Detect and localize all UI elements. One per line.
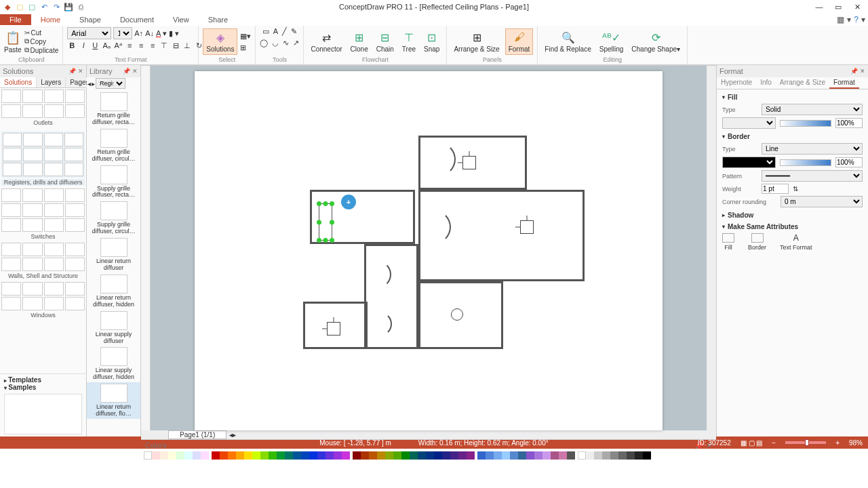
snap-button[interactable]: ⊡Snap — [421, 29, 442, 54]
curve-tool-icon[interactable]: ∿ — [283, 39, 289, 47]
fill-opacity-slider[interactable] — [780, 120, 832, 127]
bold-button[interactable]: B — [67, 41, 77, 50]
copy-button[interactable]: ⧉Copy — [24, 37, 59, 45]
file-menu[interactable]: File — [0, 14, 31, 25]
stencil-grid-outlets[interactable] — [1, 89, 85, 118]
lib-next-icon[interactable]: ▸ — [92, 80, 95, 87]
help-icon[interactable]: ? — [854, 15, 859, 24]
qat-redo-icon[interactable]: ↷ — [52, 2, 61, 12]
qat-new-icon[interactable]: ▢ — [15, 2, 24, 12]
pen-tool-icon[interactable]: ✎ — [291, 27, 297, 36]
connector-tool-icon[interactable]: ↗ — [293, 39, 299, 47]
add-shape-badge[interactable]: + — [341, 195, 356, 209]
shadow-section-header[interactable]: Shadow — [722, 211, 863, 219]
scrollbar-vertical[interactable] — [707, 66, 716, 430]
tab-shape[interactable]: Shape — [70, 14, 111, 25]
diffuser-3[interactable] — [327, 322, 340, 336]
border-section-header[interactable]: Border — [722, 133, 863, 140]
font-size-select[interactable]: 10 — [113, 27, 132, 39]
diffuser-2[interactable] — [520, 220, 534, 234]
window-minimize-icon[interactable]: — — [814, 3, 825, 12]
solutions-tab-solutions[interactable]: Solutions — [0, 77, 37, 87]
tree-button[interactable]: ⊤Tree — [399, 29, 418, 54]
rect-tool-icon[interactable]: ▭ — [262, 27, 269, 36]
solutions-samples[interactable]: Samples — [4, 384, 82, 391]
border-color-select[interactable] — [722, 157, 776, 168]
border-opacity-slider[interactable] — [780, 159, 832, 166]
select-all-icon[interactable]: ⊞ — [240, 43, 251, 52]
line-tool-icon[interactable]: ╱ — [282, 27, 287, 36]
stencil-grid-switches[interactable] — [1, 188, 85, 232]
connector-button[interactable]: ⇄Connector — [308, 29, 344, 54]
font-inc-icon[interactable]: A↑ — [134, 29, 143, 37]
selected-shape[interactable] — [319, 203, 332, 241]
library-pin-icon[interactable]: 📌 ✕ — [123, 68, 138, 75]
fill-type-select[interactable]: Solid — [762, 104, 863, 115]
stencil-grid-registers[interactable] — [1, 131, 85, 178]
diffuser-1[interactable] — [462, 156, 476, 169]
solutions-tab-layers[interactable]: Layers — [37, 77, 66, 87]
fmt-tab-info[interactable]: Info — [756, 77, 776, 89]
font-name-select[interactable]: Arial — [67, 27, 111, 39]
window-maximize-icon[interactable]: ▭ — [833, 3, 844, 12]
pin-icon[interactable]: 📌 ✕ — [68, 68, 83, 75]
fill-opacity-input[interactable] — [835, 118, 863, 128]
font-color-icon[interactable]: A — [156, 29, 161, 37]
lib-prev-icon[interactable]: ◂ — [87, 80, 91, 87]
fmt-tab-format[interactable]: Format — [829, 77, 859, 89]
lib-item-2[interactable]: Supply grille diffuser, recta… — [87, 164, 140, 201]
msa-border-button[interactable]: Border — [748, 233, 766, 251]
msa-section-header[interactable]: Make Same Attributes — [722, 223, 863, 230]
arc-tool-icon[interactable]: ◡ — [272, 39, 279, 47]
lib-item-1[interactable]: Return grille diffuser, circul… — [87, 127, 140, 164]
chain-button[interactable]: ⊟Chain — [374, 29, 397, 54]
fill-section-header[interactable]: Fill — [722, 94, 863, 101]
page-tab-1[interactable]: Page1 (1/1) — [168, 430, 226, 439]
color-swatches[interactable] — [141, 451, 716, 460]
zoom-out-icon[interactable]: − — [772, 439, 776, 447]
ellipse-tool-icon[interactable]: ◯ — [260, 39, 268, 47]
sample-thumb[interactable] — [4, 394, 82, 434]
border-weight-input[interactable] — [762, 184, 789, 194]
lib-item-8[interactable]: Linear return diffuser, flo… — [87, 382, 140, 419]
tab-share[interactable]: Share — [199, 14, 237, 25]
superscript-icon[interactable]: Aₐ — [102, 41, 111, 50]
paste-button[interactable]: Paste — [4, 46, 22, 54]
qat-open-icon[interactable]: ▢ — [27, 2, 37, 12]
qat-save-icon[interactable]: 💾 — [64, 2, 73, 12]
align-mid-icon[interactable]: ⊟ — [171, 41, 180, 50]
window-close-icon[interactable]: ✕ — [852, 3, 863, 12]
cut-button[interactable]: ✂Cut — [24, 29, 59, 37]
lib-item-3[interactable]: Supply grille diffuser, circul… — [87, 200, 140, 237]
align-bot-icon[interactable]: ⊥ — [182, 41, 192, 50]
qat-print-icon[interactable]: ⎙ — [76, 2, 85, 12]
align-top-icon[interactable]: ⊤ — [159, 41, 169, 50]
find-replace-button[interactable]: 🔍Find & Replace — [542, 29, 593, 54]
lib-item-4[interactable]: Linear return diffuser — [87, 237, 140, 273]
solutions-templates[interactable]: Templates — [4, 376, 82, 384]
tab-view[interactable]: View — [163, 14, 199, 25]
fmt-tab-hypernote[interactable]: Hypernote — [717, 77, 756, 89]
weight-stepper-icon[interactable]: ⇅ — [793, 185, 798, 192]
clone-button[interactable]: ⊞Clone — [348, 29, 371, 54]
format-pin-icon[interactable]: 📌 ✕ — [850, 68, 865, 75]
stencil-grid-windows[interactable] — [1, 282, 85, 310]
align-center-icon[interactable]: ≡ — [136, 41, 146, 50]
spelling-button[interactable]: ᴬᴮ✓Spelling — [597, 29, 627, 54]
underline-button[interactable]: U — [90, 41, 100, 50]
format-button[interactable]: 🖌Format — [505, 28, 534, 55]
zoom-in-icon[interactable]: + — [835, 439, 840, 447]
italic-button[interactable]: I — [79, 41, 88, 50]
lib-item-5[interactable]: Linear return diffuser, hidden — [87, 273, 140, 310]
lib-item-0[interactable]: Return grille diffuser, recta… — [87, 91, 140, 127]
stencil-grid-walls[interactable] — [1, 243, 85, 271]
fill-color-select[interactable] — [722, 117, 776, 129]
light-fixture[interactable] — [451, 308, 463, 321]
zoom-slider[interactable] — [785, 441, 826, 444]
drawing-page[interactable]: + — [195, 71, 663, 430]
tab-document[interactable]: Document — [111, 14, 163, 25]
border-pattern-select[interactable]: ━━━━━━ — [762, 170, 863, 182]
align-right-icon[interactable]: ≡ — [148, 41, 157, 50]
paste-icon[interactable]: 📋 — [5, 30, 20, 45]
change-shape-button[interactable]: ⟳Change Shape▾ — [629, 29, 683, 54]
